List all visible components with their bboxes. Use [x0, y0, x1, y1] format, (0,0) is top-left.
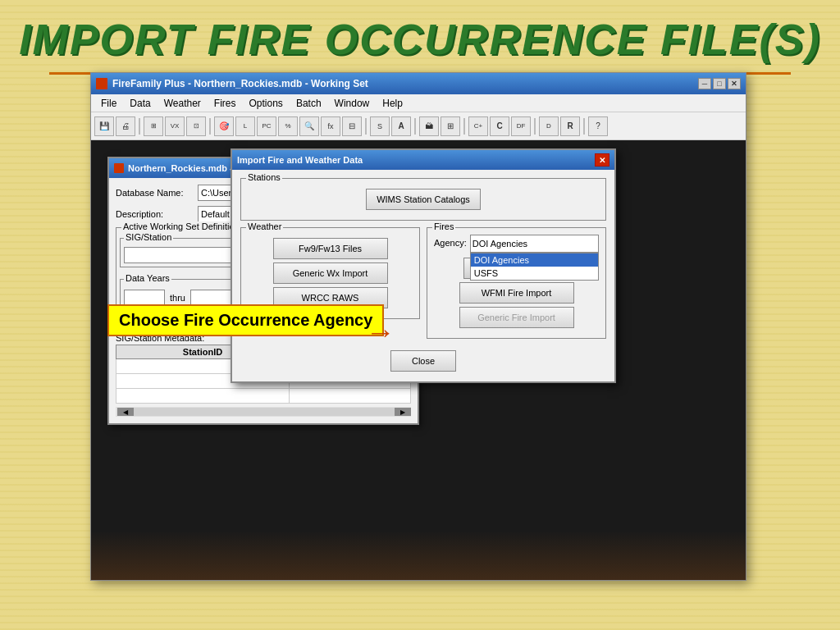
dialog-close-btn[interactable]: ✕ [595, 153, 609, 167]
toolbar-sep-1 [139, 118, 140, 135]
agency-label: Agency: [434, 238, 467, 248]
minimize-button[interactable]: ─ [698, 78, 711, 89]
toolbar-btn-9[interactable]: % [278, 116, 298, 136]
toolbar-btn-2[interactable]: 🖨 [116, 116, 135, 136]
menu-weather[interactable]: Weather [158, 96, 208, 111]
menu-options[interactable]: Options [243, 96, 290, 111]
toolbar-btn-11[interactable]: fx [321, 116, 340, 136]
toolbar-btn-8[interactable]: PC [257, 116, 276, 136]
slide-title: IMPORT FIRE OCCURRENCE FILE(S) [0, 0, 840, 72]
toolbar-sep-5 [463, 118, 465, 135]
app-title-text: FireFamily Plus - Northern_Rockies.mdb -… [112, 78, 698, 89]
fires-section: Fires Agency: DOI Agencies USFS [427, 227, 606, 339]
app-title-bar: FireFamily Plus - Northern_Rockies.mdb -… [91, 73, 746, 94]
agency-select[interactable]: DOI Agencies USFS [470, 235, 599, 253]
menu-help[interactable]: Help [376, 96, 409, 111]
toolbar-sep-4 [414, 118, 416, 135]
toolbar-btn-19[interactable]: DF [511, 116, 531, 136]
app-window: FireFamily Plus - Northern_Rockies.mdb -… [90, 72, 746, 581]
menu-file[interactable]: File [94, 96, 123, 111]
toolbar-btn-14[interactable]: A [391, 116, 411, 136]
weather-section-label: Weather [246, 221, 283, 231]
description-label: Description: [116, 209, 198, 219]
stations-label: Stations [246, 172, 282, 182]
toolbar-btn-3[interactable]: ⊞ [144, 116, 163, 136]
generic-fire-button[interactable]: Generic Fire Import [459, 307, 574, 328]
close-bottom-button[interactable]: Close [390, 350, 456, 372]
db-name-label: Database Name: [116, 188, 198, 198]
data-years-label: Data Years [124, 273, 171, 283]
agency-dropdown: DOI Agencies USFS [470, 253, 599, 281]
toolbar-sep-3 [365, 118, 367, 135]
menu-data[interactable]: Data [123, 96, 157, 111]
thru-label: thru [170, 293, 185, 303]
scroll-left-btn[interactable]: ◀ [117, 408, 134, 416]
toolbar-btn-6[interactable]: 🎯 [214, 116, 234, 136]
wims-button[interactable]: WIMS Station Catalogs [366, 189, 481, 210]
toolbar-help-btn[interactable]: ? [588, 116, 608, 136]
agency-row: Agency: DOI Agencies USFS DOI Agencies [434, 235, 599, 253]
toolbar-btn-5[interactable]: ⊡ [186, 116, 206, 136]
callout-box: Choose Fire Occurrence Agency [107, 304, 384, 336]
toolbar-btn-4[interactable]: VX [165, 116, 185, 136]
toolbar-btn-16[interactable]: ⊞ [441, 116, 460, 136]
callout-arrow: → [366, 315, 395, 349]
year-from-input[interactable] [124, 290, 165, 306]
agency-option-doi-item[interactable]: DOI Agencies [471, 253, 598, 267]
generic-wx-button[interactable]: Generic Wx Import [273, 262, 388, 284]
menu-bar: File Data Weather Fires Options Batch Wi… [91, 94, 746, 112]
dialog-title-text: Import Fire and Weather Data [237, 155, 595, 165]
toolbar-btn-15[interactable]: 🏔 [419, 116, 439, 136]
toolbar-btn-17[interactable]: C+ [468, 116, 488, 136]
toolbar-btn-20[interactable]: D [539, 116, 559, 136]
maximize-button[interactable]: □ [713, 78, 726, 89]
toolbar-save-btn[interactable]: 💾 [94, 116, 114, 136]
toolbar-btn-7[interactable]: L [235, 116, 255, 136]
toolbar: 💾 🖨 ⊞ VX ⊡ 🎯 L PC % 🔍 fx ⊟ S A 🏔 ⊞ C+ C … [91, 112, 746, 140]
ws-icon [114, 163, 124, 173]
fires-column: Fires Agency: DOI Agencies USFS [427, 227, 606, 345]
main-content-area: Northern_Rockies.mdb - Working Set ─ □ ✕… [91, 140, 746, 580]
fw9-button[interactable]: Fw9/Fw13 Files [273, 238, 388, 259]
active-group-label: Active Working Set Definition [121, 221, 241, 231]
year-to-input[interactable] [190, 290, 231, 306]
menu-window[interactable]: Window [328, 96, 377, 111]
toolbar-btn-18[interactable]: C [490, 116, 509, 136]
dialog-title-bar: Import Fire and Weather Data ✕ [232, 150, 614, 170]
bottom-decoration [91, 531, 746, 580]
table-row [116, 389, 411, 404]
close-button[interactable]: ✕ [728, 78, 741, 89]
toolbar-btn-10[interactable]: 🔍 [299, 116, 319, 136]
toolbar-btn-12[interactable]: ⊟ [342, 116, 362, 136]
toolbar-sep-2 [209, 118, 211, 135]
toolbar-sep-7 [583, 118, 585, 135]
agency-select-container: DOI Agencies USFS DOI Agencies USFS [470, 235, 599, 253]
wfmi-button[interactable]: WFMI Fire Import [459, 282, 574, 304]
menu-batch[interactable]: Batch [290, 96, 328, 111]
import-dialog: Import Fire and Weather Data ✕ Stations … [231, 148, 616, 383]
agency-option-usfs-item[interactable]: USFS [471, 267, 598, 280]
scroll-right-btn[interactable]: ▶ [395, 408, 411, 416]
app-icon [96, 78, 107, 89]
toolbar-btn-13[interactable]: S [370, 116, 390, 136]
stations-section: Stations WIMS Station Catalogs [240, 178, 606, 221]
toolbar-btn-21[interactable]: R [560, 116, 580, 136]
fires-section-label: Fires [432, 221, 455, 231]
toolbar-sep-6 [534, 118, 536, 135]
sig-station-label: SIG/Station [124, 232, 173, 242]
menu-fires[interactable]: Fires [208, 96, 243, 111]
